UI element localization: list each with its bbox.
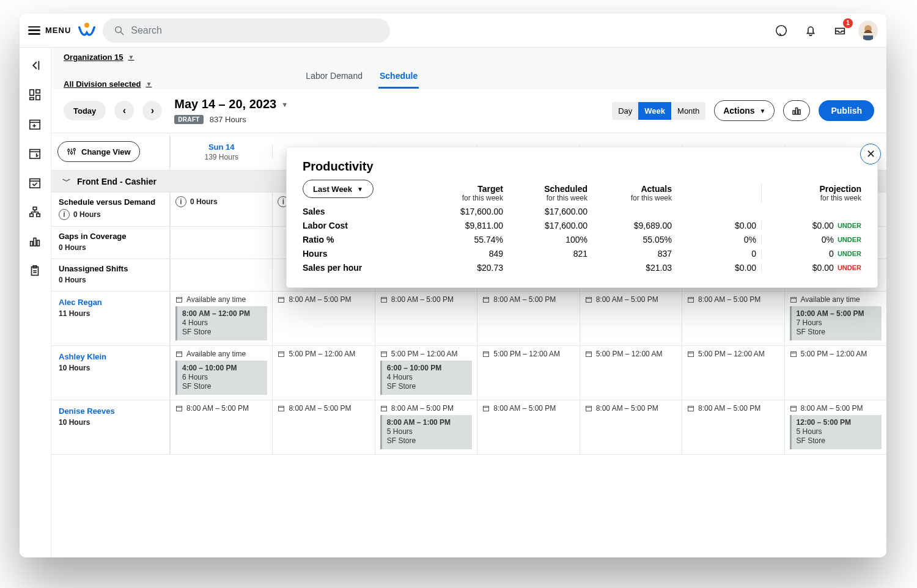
schedule-cell[interactable]: Available any time10:00 AM – 5:00 PM7 Ho… (784, 292, 886, 345)
publish-button[interactable]: Publish (819, 100, 874, 121)
brand-logo[interactable] (78, 22, 95, 39)
availability: 8:00 AM – 5:00 PM (687, 404, 779, 413)
schedule-cell[interactable]: 5:00 PM – 12:00 AM (580, 346, 682, 400)
inbox-button[interactable]: 1 (829, 20, 851, 42)
schedule-cell[interactable]: 5:00 PM – 12:00 AM (272, 346, 374, 400)
schedule-cell[interactable]: Available any time4:00 – 10:00 PM6 Hours… (170, 346, 272, 400)
schedule-cell[interactable]: 8:00 AM – 5:00 PM12:00 – 5:00 PM5 HoursS… (784, 400, 886, 454)
schedule-cell[interactable]: 5:00 PM – 12:00 AM (477, 346, 579, 400)
svg-rect-56 (279, 352, 284, 357)
tab-schedule[interactable]: Schedule (378, 65, 419, 89)
lastweek-button[interactable]: Last Week ▼ (303, 180, 374, 198)
rail-dashboard[interactable] (28, 88, 43, 103)
svg-rect-80 (790, 406, 796, 411)
rail-calendar1[interactable] (28, 117, 43, 132)
metric-label: Sales per hour (303, 263, 362, 273)
shift-block[interactable]: 8:00 AM – 1:00 PM5 HoursSF Store (380, 415, 472, 449)
schedule-cell[interactable]: 8:00 AM – 5:00 PM (682, 400, 784, 454)
schedule-cell[interactable]: Available any time8:00 AM – 12:00 PM4 Ho… (170, 292, 272, 345)
svg-rect-31 (793, 111, 795, 114)
employee-name[interactable]: Alec Regan (59, 298, 102, 307)
metric-label: Labor Cost (303, 221, 348, 230)
schedule-cell[interactable]: 8:00 AM – 5:00 PM (580, 292, 682, 345)
employee-row: Ashley Klein10 HoursAvailable any time4:… (51, 346, 886, 400)
change-view-button[interactable]: Change View (57, 141, 140, 162)
rail-analytics[interactable] (28, 235, 43, 249)
schedule-cell[interactable]: 5:00 PM – 12:00 AM6:00 – 10:00 PM4 Hours… (375, 346, 477, 400)
popover-close[interactable]: ✕ (860, 144, 881, 164)
bell-icon (804, 24, 817, 37)
svg-rect-44 (381, 298, 386, 303)
svg-rect-48 (586, 298, 591, 303)
info-icon[interactable]: i (175, 196, 186, 207)
caret-down-icon: ▼ (128, 54, 134, 61)
search-placeholder: Search (131, 25, 162, 36)
hours-total: 837 Hours (210, 115, 246, 124)
rail-collapse[interactable] (28, 59, 43, 73)
schedule-cell[interactable]: 8:00 AM – 5:00 PM (477, 292, 579, 345)
availability: Available any time (175, 295, 267, 304)
schedule-cell[interactable]: 5:00 PM – 12:00 AM (784, 346, 886, 400)
availability: Available any time (175, 350, 267, 358)
svg-rect-12 (29, 120, 40, 130)
schedule-cell[interactable]: 8:00 AM – 5:00 PM (170, 400, 272, 454)
actions-button[interactable]: Actions▼ (714, 100, 775, 121)
analytics-toggle[interactable] (783, 100, 810, 121)
menu-button[interactable]: MENU (28, 26, 71, 35)
shift-block[interactable]: 6:00 – 10:00 PM4 HoursSF Store (380, 361, 472, 395)
shift-block[interactable]: 10:00 AM – 5:00 PM7 HoursSF Store (790, 306, 882, 340)
availability: 8:00 AM – 5:00 PM (482, 404, 574, 413)
availability: 8:00 AM – 5:00 PM (278, 295, 369, 304)
availability: 8:00 AM – 5:00 PM (790, 404, 882, 413)
svg-line-2 (121, 32, 124, 35)
employee-name[interactable]: Ashley Klein (59, 352, 106, 361)
date-range[interactable]: May 14 – 20, 2023▼ (174, 97, 288, 111)
schedule-cell[interactable]: 8:00 AM – 5:00 PM (375, 292, 477, 345)
avatar[interactable] (858, 21, 878, 40)
schedule-cell[interactable]: 8:00 AM – 5:00 PM (580, 400, 682, 454)
shift-block[interactable]: 12:00 – 5:00 PM5 HoursSF Store (790, 415, 882, 449)
search-input[interactable]: Search (103, 18, 390, 43)
conversations-button[interactable] (770, 20, 792, 42)
seg-month[interactable]: Month (671, 102, 705, 120)
next-button[interactable]: › (142, 101, 162, 120)
availability: 5:00 PM – 12:00 AM (482, 350, 574, 358)
employee-name[interactable]: Denise Reeves (59, 406, 115, 416)
rail-org[interactable] (28, 205, 43, 220)
svg-rect-58 (381, 352, 386, 357)
day-head-sun[interactable]: Sun 14 139 Hours (170, 136, 272, 167)
shift-block[interactable]: 4:00 – 10:00 PM6 HoursSF Store (175, 361, 267, 395)
schedule-cell[interactable]: 8:00 AM – 5:00 PM8:00 AM – 1:00 PM5 Hour… (375, 400, 477, 454)
view-tabs: Labor Demand Schedule (304, 65, 419, 89)
notifications-button[interactable] (800, 20, 822, 42)
left-rail (20, 48, 51, 557)
popover-title: Productivity (303, 160, 861, 174)
seg-week[interactable]: Week (638, 102, 671, 120)
schedule-cell[interactable]: 8:00 AM – 5:00 PM (272, 292, 374, 345)
schedule-cell[interactable]: 8:00 AM – 5:00 PM (477, 400, 579, 454)
today-button[interactable]: Today (64, 101, 106, 120)
shift-block[interactable]: 8:00 AM – 12:00 PM4 HoursSF Store (175, 306, 267, 340)
info-icon[interactable]: i (59, 209, 70, 220)
hamburger-icon (28, 26, 40, 35)
schedule-cell[interactable]: 8:00 AM – 5:00 PM (272, 400, 374, 454)
tab-labor-demand[interactable]: Labor Demand (304, 65, 364, 89)
rail-calendar2[interactable] (28, 147, 43, 161)
prev-button[interactable]: ‹ (114, 101, 134, 120)
seg-day[interactable]: Day (612, 102, 638, 120)
svg-rect-76 (586, 406, 591, 411)
rail-calendar3[interactable] (28, 176, 43, 191)
division-crumb[interactable]: All Division selected▼ (64, 79, 152, 89)
metric-label: Sales (303, 207, 325, 216)
range-segment: Day Week Month (612, 102, 705, 120)
svg-point-0 (84, 23, 89, 28)
status-chip: DRAFT (174, 115, 203, 124)
org-crumb[interactable]: Organization 15▼ (64, 53, 134, 62)
schedule-cell[interactable]: 5:00 PM – 12:00 AM (682, 346, 784, 400)
appbar: MENU Search 1 (20, 13, 886, 48)
rail-tasks[interactable] (28, 264, 43, 279)
employee-hours: 11 Hours (59, 309, 162, 318)
availability: 5:00 PM – 12:00 AM (585, 350, 677, 358)
schedule-cell[interactable]: 8:00 AM – 5:00 PM (682, 292, 784, 345)
svg-point-35 (68, 149, 70, 151)
